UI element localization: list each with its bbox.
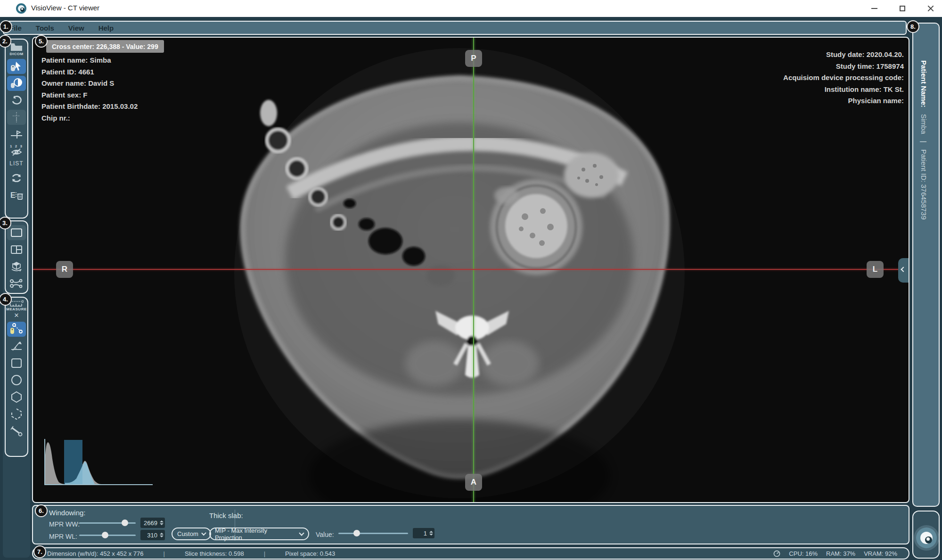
polygon-roi-icon — [11, 408, 22, 420]
contrast-mouse-icon — [10, 78, 23, 89]
thick-slab-value[interactable]: 1 — [413, 530, 429, 537]
view-3d-button[interactable] — [7, 259, 26, 274]
mpr-ww-spinbox[interactable]: 2669 — [140, 518, 165, 528]
clear-exam-button[interactable]: E — [7, 187, 26, 203]
erase-trash-icon: E — [10, 189, 23, 201]
menu-tools[interactable]: Tools — [36, 24, 54, 32]
right-panel-collapse-handle[interactable] — [898, 258, 909, 283]
right-patient-sidebar[interactable]: Patient Name: Simba | Patient ID: 376458… — [912, 23, 940, 507]
study-time-line: Study time: 1758974 — [783, 61, 904, 73]
windowing-tool-button[interactable] — [7, 76, 26, 91]
visioview-window: VisioView - CT viewer File Tools View He… — [0, 0, 942, 560]
visioview-logo-icon[interactable] — [916, 528, 937, 548]
hide-numbers-button[interactable]: 1 2 3 — [7, 144, 26, 156]
chevron-down-icon — [201, 530, 206, 536]
distance-tool-button[interactable] — [7, 322, 26, 337]
spin-down-icon[interactable] — [160, 523, 164, 525]
minimize-button[interactable] — [863, 0, 885, 17]
windowing-panel: Windowing: MPR WW: 2669 MPR WL: 310 Cust… — [32, 505, 909, 544]
study-date-line: Study date: 2020.04.20. — [783, 49, 904, 61]
status-separator: | — [164, 550, 165, 557]
curve-edit-button[interactable] — [7, 276, 26, 291]
close-button[interactable] — [920, 0, 942, 17]
ram-status: RAM: 37% — [826, 550, 855, 557]
orientation-badge-posterior: P — [465, 50, 482, 67]
histogram[interactable] — [44, 439, 154, 486]
flip-axis-icon — [10, 129, 23, 139]
titlebar: VisioView - CT viewer — [0, 0, 942, 17]
measure-clear-button[interactable]: ✕ — [14, 312, 19, 319]
spin-up-icon[interactable] — [160, 520, 164, 522]
circle-roi-button[interactable] — [7, 373, 26, 388]
rect-roi-button[interactable] — [7, 356, 26, 371]
status-right: CPU: 16% RAM: 37% VRAM: 92% — [773, 550, 897, 557]
cross-center-tooltip: Cross center: 226,388 - Value: 299 — [46, 40, 164, 53]
spin-down-icon[interactable] — [429, 534, 433, 536]
circle-roi-icon — [11, 374, 22, 386]
mpr-wl-spinbox[interactable]: 310 — [140, 530, 165, 540]
patient-birthdate-line: Patient Birthdate: 2015.03.02 — [41, 101, 138, 113]
polygon-roi-button[interactable] — [7, 406, 26, 422]
vram-status: VRAM: 92% — [864, 550, 897, 557]
cursor-mouse-icon — [10, 61, 23, 72]
spin-up-icon[interactable] — [160, 533, 164, 535]
ct-viewport[interactable]: P A R L Cross center: 226,388 - Value: 2… — [32, 37, 909, 503]
thick-slab-spin-arrows[interactable] — [429, 531, 434, 536]
mpr-wl-thumb[interactable] — [102, 532, 108, 538]
list-button[interactable]: LIST — [9, 160, 23, 167]
mpr-ww-spin-arrows[interactable] — [159, 520, 165, 525]
mpr-ww-value[interactable]: 2669 — [140, 519, 159, 527]
chip-nr-line: Chip nr.: — [41, 113, 138, 124]
chevron-down-icon — [299, 530, 304, 536]
patient-name-label: Patient Name: — [920, 60, 928, 107]
window-title: VisioView - CT viewer — [31, 4, 99, 12]
mpr-wl-spin-arrows[interactable] — [159, 533, 165, 537]
dicom-label: DICOM — [9, 52, 23, 56]
window-preset-dropdown[interactable]: Custom — [172, 528, 211, 540]
crosshair-vertical-line[interactable] — [473, 38, 474, 503]
layout-split-button[interactable] — [7, 242, 26, 257]
mpr-wl-value[interactable]: 310 — [140, 532, 159, 539]
thick-slab-thumb[interactable] — [353, 530, 360, 536]
scissors-nodes-icon — [10, 278, 23, 289]
probe-tool-button[interactable] — [7, 423, 26, 438]
patient-id-line: Patient ID: 4661 — [41, 66, 138, 78]
cpu-status: CPU: 16% — [789, 550, 818, 557]
orientation-badge-left: L — [867, 261, 884, 278]
crosshair-horizontal-line[interactable] — [33, 269, 909, 270]
thick-slab-mode-dropdown[interactable]: MIP - Max Intensity Projection — [209, 528, 309, 540]
rect-roi-icon — [11, 358, 22, 368]
refresh-button[interactable] — [7, 170, 26, 186]
spin-up-icon[interactable] — [429, 531, 433, 533]
toolgroup-measure: MEASURE ✕ — [5, 297, 28, 457]
thick-slab-slider[interactable] — [338, 530, 408, 536]
owner-name-line: Owner name: David S — [41, 78, 138, 89]
maximize-button[interactable] — [892, 0, 913, 17]
cursor-tool-button[interactable] — [7, 59, 26, 74]
windowing-title: Windowing: — [49, 509, 86, 517]
institution-line: Institution name: TK St. — [783, 84, 904, 96]
thick-slab-spinbox[interactable]: 1 — [413, 528, 434, 538]
mpr-ww-thumb[interactable] — [122, 519, 128, 526]
acquisition-code-line: Acquisiom device processing code: — [783, 72, 904, 84]
spin-down-icon[interactable] — [160, 536, 164, 537]
physician-line: Physician name: — [783, 95, 904, 107]
undo-rotate-button[interactable] — [7, 93, 26, 108]
mpr-ww-slider[interactable] — [79, 520, 136, 526]
thick-slab-track[interactable] — [338, 533, 408, 534]
orientation-badge-right: R — [56, 261, 73, 278]
mpr-wl-slider[interactable] — [79, 532, 136, 538]
hexagon-roi-button[interactable] — [7, 390, 26, 405]
menu-view[interactable]: View — [68, 24, 84, 32]
layout-single-button[interactable] — [7, 225, 26, 240]
flip-axis-button[interactable] — [7, 127, 26, 142]
toolgroup-layout — [5, 220, 28, 294]
angle-tool-button[interactable] — [7, 339, 26, 354]
centerline-tool-button[interactable] — [7, 110, 26, 125]
thick-slab-mode-value: MIP - Max Intensity Projection — [215, 527, 296, 541]
mpr-ww-label: MPR WW: — [49, 520, 80, 528]
menubar: File Tools View Help — [3, 21, 907, 35]
minimize-icon — [871, 8, 877, 9]
menu-help[interactable]: Help — [98, 24, 114, 32]
close-icon — [927, 5, 934, 12]
